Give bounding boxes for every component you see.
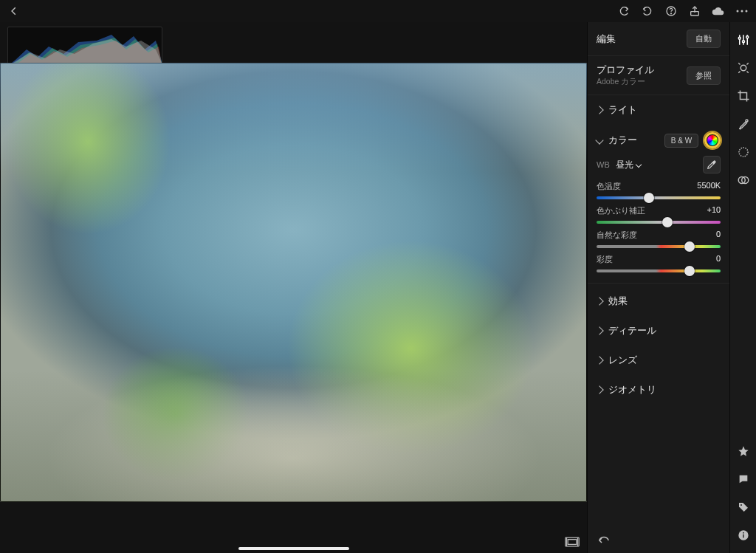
section-effect-label: 効果 bbox=[608, 295, 628, 308]
section-light-label: ライト bbox=[608, 103, 637, 117]
svg-point-18 bbox=[739, 148, 748, 157]
help-icon[interactable] bbox=[664, 4, 678, 18]
section-detail[interactable]: ディテール bbox=[588, 316, 729, 346]
chevron-down-icon bbox=[635, 162, 641, 168]
wb-eyedropper-button[interactable] bbox=[703, 156, 721, 174]
adjust-icon[interactable] bbox=[736, 32, 751, 47]
chevron-right-icon bbox=[595, 297, 603, 305]
wb-value: 昼光 bbox=[616, 159, 633, 171]
top-bar bbox=[0, 0, 756, 22]
cloud-icon[interactable] bbox=[712, 4, 725, 18]
profile-label: プロファイル bbox=[597, 63, 654, 77]
slider-thumb[interactable] bbox=[662, 217, 673, 227]
home-indicator bbox=[238, 547, 349, 550]
chevron-right-icon bbox=[595, 326, 603, 334]
slider-label: 自然な彩度 bbox=[597, 230, 637, 241]
more-icon[interactable] bbox=[735, 4, 749, 18]
auto-button[interactable]: 自動 bbox=[687, 30, 721, 48]
slider-value: +10 bbox=[707, 205, 721, 216]
canvas-column bbox=[0, 22, 587, 553]
slider-label: 色温度 bbox=[597, 181, 621, 192]
section-effect[interactable]: 効果 bbox=[588, 286, 729, 316]
slider-label: 彩度 bbox=[597, 254, 613, 265]
filmstrip-icon[interactable] bbox=[565, 537, 580, 547]
histogram[interactable] bbox=[7, 27, 162, 66]
svg-point-21 bbox=[740, 504, 742, 506]
star-icon[interactable] bbox=[736, 444, 751, 458]
section-geometry-label: ジオメトリ bbox=[608, 383, 656, 396]
slider-value: 0 bbox=[716, 230, 721, 241]
svg-point-15 bbox=[746, 36, 748, 38]
chevron-down-icon[interactable] bbox=[595, 136, 603, 144]
svg-point-5 bbox=[746, 10, 748, 13]
slider-tint[interactable]: 色かぶり補正 +10 bbox=[588, 201, 729, 225]
slider-vibrance[interactable]: 自然な彩度 0 bbox=[588, 225, 729, 250]
brush-icon[interactable] bbox=[736, 117, 751, 131]
wb-label: WB bbox=[597, 160, 610, 169]
chevron-right-icon bbox=[595, 106, 603, 114]
section-lens[interactable]: レンズ bbox=[588, 346, 729, 375]
info-icon[interactable] bbox=[736, 528, 751, 543]
svg-point-17 bbox=[746, 120, 748, 122]
slider-temperature[interactable]: 色温度 5500K bbox=[588, 176, 729, 201]
svg-rect-23 bbox=[743, 535, 743, 538]
bw-button[interactable]: B & W bbox=[664, 134, 698, 148]
slider-saturation[interactable]: 彩度 0 bbox=[588, 250, 729, 280]
section-detail-label: ディテール bbox=[608, 324, 656, 337]
section-light[interactable]: ライト bbox=[588, 95, 729, 125]
heal-icon[interactable] bbox=[736, 61, 751, 75]
slider-thumb[interactable] bbox=[644, 193, 654, 203]
svg-point-3 bbox=[737, 10, 739, 13]
slider-thumb[interactable] bbox=[684, 266, 695, 276]
right-toolbar bbox=[729, 22, 756, 553]
section-geometry[interactable]: ジオメトリ bbox=[588, 375, 729, 405]
svg-point-13 bbox=[742, 41, 744, 43]
color-wheel-icon bbox=[707, 135, 718, 145]
comment-icon[interactable] bbox=[736, 472, 751, 487]
slider-thumb[interactable] bbox=[684, 241, 695, 252]
svg-point-16 bbox=[740, 65, 746, 71]
svg-point-24 bbox=[743, 532, 744, 534]
photo-preview[interactable] bbox=[0, 63, 587, 502]
chevron-right-icon bbox=[595, 385, 603, 394]
back-icon[interactable] bbox=[7, 4, 21, 18]
svg-rect-7 bbox=[568, 540, 577, 545]
reset-icon[interactable] bbox=[597, 531, 611, 546]
svg-point-11 bbox=[738, 37, 740, 39]
svg-point-1 bbox=[671, 13, 672, 14]
redo-icon[interactable] bbox=[617, 4, 630, 18]
radial-icon[interactable] bbox=[736, 145, 751, 159]
masking-icon[interactable] bbox=[736, 173, 751, 188]
chevron-right-icon bbox=[595, 356, 603, 364]
tag-icon[interactable] bbox=[736, 500, 751, 515]
edit-panel: 編集 自動 プロファイル Adobe カラー 参照 ライト カラー B & W bbox=[587, 22, 729, 553]
share-icon[interactable] bbox=[688, 4, 701, 18]
undo-icon[interactable] bbox=[641, 4, 654, 18]
profile-value: Adobe カラー bbox=[597, 77, 654, 87]
wb-dropdown[interactable]: 昼光 bbox=[616, 159, 641, 171]
browse-profile-button[interactable]: 参照 bbox=[687, 66, 721, 85]
section-color-label[interactable]: カラー bbox=[608, 134, 659, 147]
color-mixer-button[interactable] bbox=[704, 132, 721, 148]
slider-value: 5500K bbox=[697, 181, 721, 192]
section-lens-label: レンズ bbox=[608, 354, 637, 367]
slider-label: 色かぶり補正 bbox=[597, 205, 645, 216]
svg-point-4 bbox=[741, 10, 743, 13]
edit-label: 編集 bbox=[597, 32, 616, 46]
slider-value: 0 bbox=[716, 254, 721, 265]
crop-icon[interactable] bbox=[736, 89, 751, 103]
